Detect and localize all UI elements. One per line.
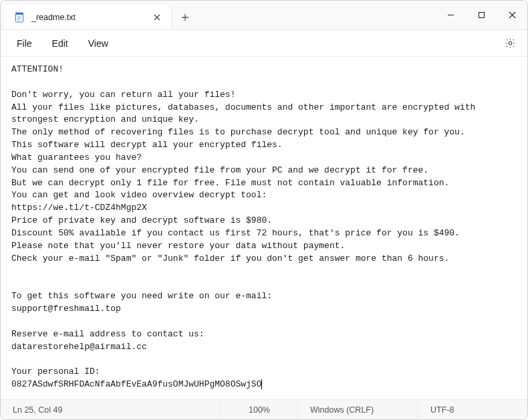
text-caret	[261, 379, 262, 389]
menu-file[interactable]: File	[7, 34, 41, 53]
document-text: ATTENTION! Don't worry, you can return a…	[11, 64, 481, 389]
notepad-file-icon	[14, 12, 25, 23]
menubar: File Edit View	[1, 30, 527, 57]
titlebar: _readme.txt	[1, 1, 527, 30]
status-zoom[interactable]: 100%	[221, 400, 298, 419]
window-controls	[435, 1, 527, 29]
text-editor-area[interactable]: ATTENTION! Don't worry, you can return a…	[1, 57, 527, 399]
new-tab-button[interactable]	[172, 5, 199, 29]
minimize-icon	[447, 11, 454, 19]
status-position: Ln 25, Col 49	[1, 400, 221, 419]
status-line-ending[interactable]: Windows (CRLF)	[298, 400, 418, 419]
close-tab-button[interactable]	[151, 11, 163, 23]
svg-rect-1	[16, 13, 23, 15]
document-tab[interactable]: _readme.txt	[5, 5, 172, 29]
close-window-button[interactable]	[497, 5, 527, 26]
notepad-window: _readme.txt	[0, 0, 528, 420]
status-encoding[interactable]: UTF-8	[418, 400, 527, 419]
tab-title: _readme.txt	[31, 13, 144, 22]
titlebar-drag-region[interactable]	[199, 1, 435, 29]
minimize-button[interactable]	[435, 5, 466, 26]
menu-edit[interactable]: Edit	[43, 34, 78, 53]
plus-icon	[181, 13, 189, 21]
close-icon	[509, 11, 516, 19]
maximize-icon	[478, 11, 485, 19]
statusbar: Ln 25, Col 49 100% Windows (CRLF) UTF-8	[1, 399, 527, 419]
maximize-button[interactable]	[466, 5, 497, 26]
menu-view[interactable]: View	[79, 34, 118, 53]
svg-rect-10	[479, 13, 484, 18]
gear-icon	[505, 37, 516, 49]
close-icon	[154, 14, 160, 21]
settings-button[interactable]	[499, 33, 521, 54]
svg-point-13	[509, 41, 512, 45]
